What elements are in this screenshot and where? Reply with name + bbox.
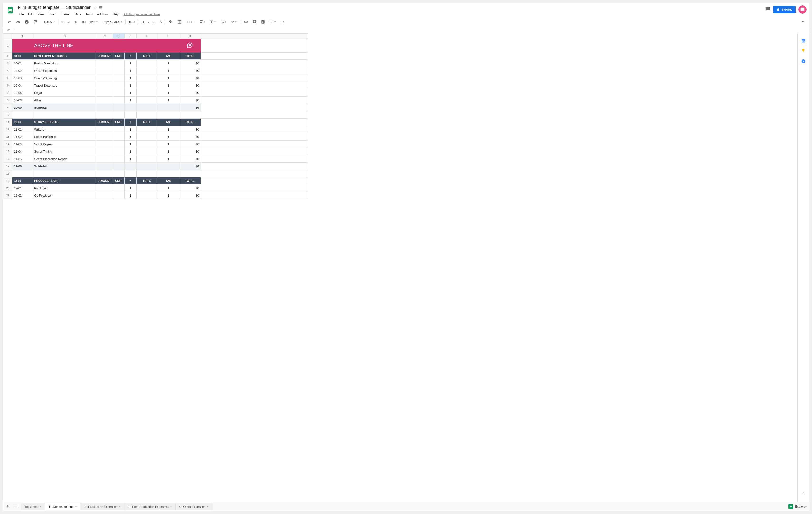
- profile-avatar[interactable]: [799, 5, 807, 13]
- horizontal-align-icon[interactable]: ▼: [197, 19, 207, 25]
- row-header-9[interactable]: 9: [3, 104, 12, 111]
- sheets-logo[interactable]: [5, 5, 15, 15]
- row-header-11[interactable]: 11: [3, 119, 12, 126]
- number-format-select[interactable]: 123▼: [88, 19, 99, 25]
- functions-icon[interactable]: Σ▼: [279, 19, 287, 25]
- zoom-select[interactable]: 100%▼: [42, 19, 56, 25]
- row-header-10[interactable]: 10: [3, 111, 12, 119]
- menu-add-ons[interactable]: Add-ons: [95, 11, 110, 17]
- redo-icon[interactable]: [14, 18, 22, 25]
- sheet-tab[interactable]: 1 - Above the Line▼: [45, 503, 80, 510]
- insert-link-icon[interactable]: [242, 18, 250, 25]
- table-row[interactable]: 1311-02Script Purchase11$0: [3, 133, 308, 141]
- currency-icon[interactable]: $: [59, 19, 65, 25]
- text-rotation-icon[interactable]: ▼: [229, 19, 239, 25]
- folder-icon[interactable]: [99, 5, 103, 10]
- menu-tools[interactable]: Tools: [84, 11, 94, 17]
- col-header-B[interactable]: B: [33, 33, 97, 39]
- row-header-21[interactable]: 21: [3, 192, 12, 199]
- sheet-tab[interactable]: 2 - Production Expenses▼: [80, 503, 124, 510]
- menu-help[interactable]: Help: [111, 11, 121, 17]
- font-select[interactable]: Open Sans▼: [103, 19, 124, 25]
- strikethrough-icon[interactable]: S: [151, 19, 157, 25]
- star-icon[interactable]: ☆: [93, 5, 97, 10]
- col-header-H[interactable]: H: [179, 33, 201, 39]
- subtotal-row[interactable]: 1711-00Subtotal$0: [3, 162, 308, 170]
- increase-decimal-icon[interactable]: .00: [80, 19, 88, 25]
- table-row[interactable]: 610-04Travel Expenses11$0: [3, 82, 308, 89]
- grid[interactable]: ABCDEFGH1ABOVE THE LINE210-00DEVELOPMENT…: [3, 33, 798, 502]
- insert-chart-icon[interactable]: [259, 18, 267, 25]
- table-row[interactable]: 1611-05Script Clearance Report11$0: [3, 155, 308, 162]
- comments-icon[interactable]: [765, 6, 771, 12]
- font-size-select[interactable]: 10▼: [127, 19, 137, 25]
- col-header-E[interactable]: E: [124, 33, 136, 39]
- row-header-20[interactable]: 20: [3, 184, 12, 192]
- document-title[interactable]: FIlm Budget Template — StudioBinder: [17, 4, 92, 10]
- subtotal-row[interactable]: 910-00Subtotal$0: [3, 104, 308, 111]
- paint-format-icon[interactable]: [31, 18, 39, 25]
- table-row[interactable]: 1511-04Script Timing11$0: [3, 148, 308, 155]
- save-status[interactable]: All changes saved in Drive: [123, 12, 160, 16]
- table-row[interactable]: 1211-01Writers11$0: [3, 126, 308, 133]
- col-header-D[interactable]: D: [113, 33, 124, 39]
- menu-insert[interactable]: Insert: [47, 11, 58, 17]
- table-row[interactable]: 2112-02Co-Producer11$0: [3, 192, 308, 199]
- sheet-tab[interactable]: 3 - Post-Production Expenses▼: [124, 503, 176, 510]
- row-header-19[interactable]: 19: [3, 177, 12, 184]
- table-row[interactable]: 510-03Survey/Scouting11$0: [3, 74, 308, 82]
- tasks-icon[interactable]: [801, 59, 806, 64]
- table-row[interactable]: 18: [3, 170, 308, 177]
- col-header-F[interactable]: F: [136, 33, 158, 39]
- select-all-cell[interactable]: [3, 33, 12, 39]
- row-header-8[interactable]: 8: [3, 96, 12, 104]
- row-header-18[interactable]: 18: [3, 170, 12, 177]
- table-row[interactable]: 710-05Legal11$0: [3, 89, 308, 96]
- insert-comment-icon[interactable]: [251, 18, 259, 25]
- row-header-14[interactable]: 14: [3, 141, 12, 148]
- row-header-1[interactable]: 1: [3, 39, 12, 53]
- menu-view[interactable]: View: [36, 11, 46, 17]
- filter-icon[interactable]: ▼: [267, 18, 278, 25]
- row-header-2[interactable]: 2: [3, 53, 12, 60]
- share-button[interactable]: SHARE: [773, 6, 795, 13]
- decrease-decimal-icon[interactable]: .0: [72, 19, 79, 25]
- add-sheet-icon[interactable]: [3, 502, 12, 511]
- table-row[interactable]: 410-02Office Expenses11$0: [3, 67, 308, 74]
- text-wrap-icon[interactable]: ▼: [218, 19, 228, 25]
- menu-data[interactable]: Data: [73, 11, 83, 17]
- row-header-16[interactable]: 16: [3, 155, 12, 162]
- row-header-17[interactable]: 17: [3, 162, 12, 170]
- row-header-13[interactable]: 13: [3, 133, 12, 141]
- percent-icon[interactable]: %: [65, 19, 72, 25]
- text-color-icon[interactable]: A: [158, 18, 164, 26]
- row-header-7[interactable]: 7: [3, 89, 12, 96]
- row-header-5[interactable]: 5: [3, 74, 12, 82]
- table-row[interactable]: 10: [3, 111, 308, 119]
- calendar-icon[interactable]: 31: [801, 38, 806, 43]
- merge-cells-icon[interactable]: ▼: [184, 18, 194, 25]
- italic-icon[interactable]: I: [146, 19, 151, 25]
- col-header-G[interactable]: G: [158, 33, 179, 39]
- borders-icon[interactable]: [175, 18, 183, 25]
- row-header-15[interactable]: 15: [3, 148, 12, 155]
- all-sheets-icon[interactable]: [12, 502, 21, 511]
- sheet-tab[interactable]: Top Sheet▼: [21, 503, 45, 510]
- keep-icon[interactable]: [801, 49, 806, 53]
- table-row[interactable]: 810-06All in11$0: [3, 96, 308, 104]
- fill-color-icon[interactable]: [167, 18, 175, 25]
- formula-input[interactable]: [14, 27, 809, 33]
- menu-edit[interactable]: Edit: [26, 11, 35, 17]
- row-header-12[interactable]: 12: [3, 126, 12, 133]
- row-header-4[interactable]: 4: [3, 67, 12, 74]
- table-row[interactable]: 310-01Prelim Breakdown11$0: [3, 60, 308, 67]
- undo-icon[interactable]: [5, 18, 13, 25]
- bold-icon[interactable]: B: [140, 19, 146, 25]
- table-row[interactable]: 1411-03Script Copies11$0: [3, 141, 308, 148]
- row-header-3[interactable]: 3: [3, 60, 12, 67]
- print-icon[interactable]: [23, 18, 31, 25]
- row-header-6[interactable]: 6: [3, 82, 12, 89]
- side-expand-icon[interactable]: ‹: [801, 489, 806, 497]
- table-row[interactable]: 2012-01Producer11$0: [3, 184, 308, 192]
- menu-file[interactable]: File: [17, 11, 26, 17]
